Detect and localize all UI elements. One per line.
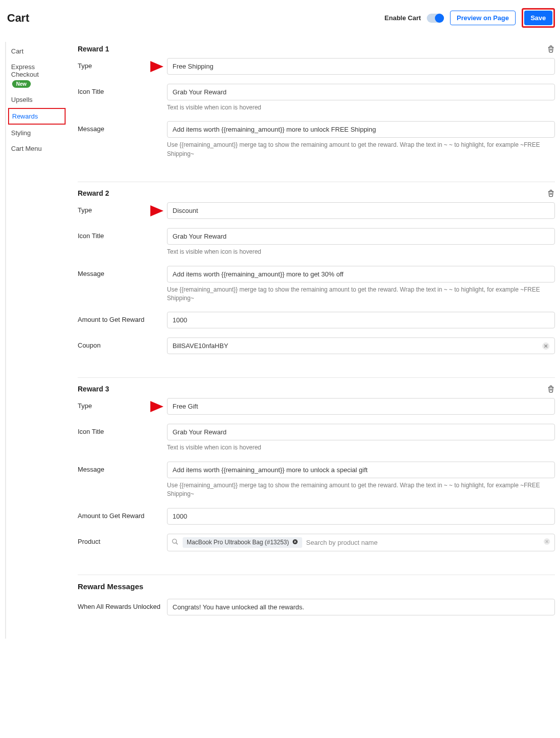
type-label: Type	[78, 202, 161, 214]
icon-title-input[interactable]	[167, 424, 555, 440]
message-input[interactable]	[167, 121, 555, 138]
message-label: Message	[78, 121, 161, 133]
sidebar-item-styling[interactable]: Styling	[8, 126, 66, 140]
type-select[interactable]: Discount	[167, 202, 555, 219]
type-label: Type	[78, 58, 161, 70]
when-all-unlocked-label: When All Rewards Unlocked	[78, 599, 161, 610]
product-search-placeholder: Search by product name	[306, 539, 550, 546]
message-input[interactable]	[167, 462, 555, 478]
amount-label: Amount to Get Reward	[78, 312, 161, 323]
sidebar-item-label: Express Checkout	[11, 63, 39, 78]
sidebar-item-label: Cart Menu	[11, 145, 42, 152]
reward-section-1: Reward 1 Type Free Shipping Icon Title	[78, 42, 555, 182]
sidebar-item-upsells[interactable]: Upsells	[8, 92, 66, 107]
reward-title: Reward 3	[78, 385, 109, 393]
sidebar-item-label: Styling	[11, 129, 31, 137]
search-icon	[172, 538, 179, 547]
type-select[interactable]: Free Gift	[167, 398, 555, 415]
message-label: Message	[78, 266, 161, 277]
page-title: Cart	[7, 12, 29, 25]
message-hint: Use {{remaining_amount}} merge tag to sh…	[167, 141, 555, 158]
product-chip-label: MacBook Pro Ultrabook Bag (#13253)	[187, 539, 289, 546]
icon-title-hint: Text is visible when icon is hovered	[167, 248, 555, 256]
message-hint: Use {{remaining_amount}} merge tag to sh…	[167, 481, 555, 499]
reward-section-3: Reward 3 Type Free Gift Icon Title	[78, 377, 555, 574]
sidebar-item-label: Cart	[11, 47, 24, 55]
product-search-input[interactable]: MacBook Pro Ultrabook Bag (#13253) Searc…	[167, 534, 555, 551]
sidebar-item-label: Upsells	[11, 96, 33, 103]
message-label: Message	[78, 462, 161, 473]
icon-title-hint: Text is visible when icon is hovered	[167, 443, 555, 452]
svg-point-1	[173, 539, 177, 543]
reward-messages-section: Reward Messages When All Rewards Unlocke…	[78, 575, 555, 639]
svg-line-2	[176, 542, 178, 544]
delete-reward-icon[interactable]	[547, 189, 555, 197]
type-label: Type	[78, 398, 161, 410]
icon-title-input[interactable]	[167, 84, 555, 100]
icon-title-hint: Text is visible when icon is hovered	[167, 103, 555, 112]
when-all-unlocked-input[interactable]	[167, 599, 555, 615]
main-content: Reward 1 Type Free Shipping Icon Title	[78, 42, 555, 639]
sidebar-item-express-checkout[interactable]: Express Checkout New	[8, 60, 66, 91]
sidebar-item-rewards[interactable]: Rewards	[8, 108, 66, 125]
product-chip: MacBook Pro Ultrabook Bag (#13253)	[183, 537, 302, 548]
clear-coupon-icon[interactable]	[542, 342, 550, 350]
sidebar-item-cart[interactable]: Cart	[8, 44, 66, 59]
coupon-input[interactable]	[167, 337, 555, 354]
sidebar: Cart Express Checkout New Upsells Reward…	[5, 42, 66, 639]
remove-chip-icon[interactable]	[292, 539, 298, 546]
coupon-label: Coupon	[78, 337, 161, 349]
badge-new: New	[12, 80, 31, 88]
sidebar-item-label: Rewards	[12, 112, 38, 120]
type-select[interactable]: Free Shipping	[167, 58, 555, 75]
delete-reward-icon[interactable]	[547, 385, 555, 393]
amount-input[interactable]	[167, 312, 555, 328]
topbar: Cart Enable Cart Preview on Page Save	[5, 5, 555, 37]
message-hint: Use {{remaining_amount}} merge tag to sh…	[167, 286, 555, 303]
clear-all-icon[interactable]	[543, 538, 550, 547]
icon-title-label: Icon Title	[78, 228, 161, 240]
reward-title: Reward 2	[78, 189, 109, 197]
enable-cart-label: Enable Cart	[384, 14, 421, 22]
icon-title-input[interactable]	[167, 228, 555, 245]
reward-title: Reward 1	[78, 45, 109, 53]
reward-messages-title: Reward Messages	[78, 582, 555, 591]
icon-title-label: Icon Title	[78, 84, 161, 95]
message-input[interactable]	[167, 266, 555, 282]
preview-on-page-button[interactable]: Preview on Page	[450, 11, 515, 25]
icon-title-label: Icon Title	[78, 424, 161, 435]
sidebar-item-cart-menu[interactable]: Cart Menu	[8, 141, 66, 156]
save-button[interactable]: Save	[524, 11, 552, 25]
reward-section-2: Reward 2 Type Discount Icon Title	[78, 182, 555, 377]
amount-label: Amount to Get Reward	[78, 508, 161, 520]
delete-reward-icon[interactable]	[547, 45, 555, 53]
enable-cart-toggle[interactable]	[427, 14, 444, 23]
amount-input[interactable]	[167, 508, 555, 525]
product-label: Product	[78, 534, 161, 545]
save-highlight: Save	[522, 8, 555, 28]
